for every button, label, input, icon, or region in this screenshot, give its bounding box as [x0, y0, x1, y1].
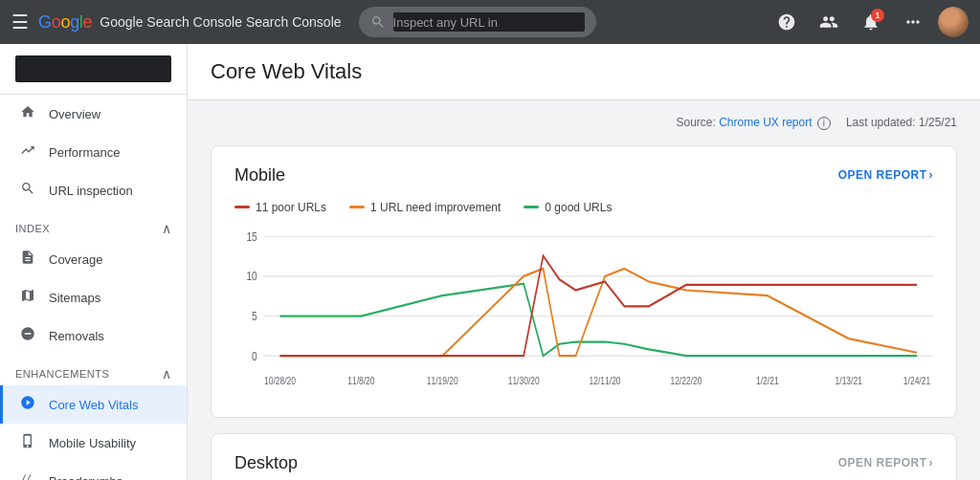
notifications-button[interactable]: 1 [854, 5, 888, 39]
svg-text:10/28/20: 10/28/20 [264, 375, 296, 386]
sidebar: Overview Performance URL inspection Inde… [0, 44, 188, 480]
content-header: Core Web Vitals [188, 44, 980, 100]
sitemaps-icon [18, 288, 37, 307]
sidebar-item-url-inspection[interactable]: URL inspection [0, 171, 187, 209]
legend-label-good: 0 good URLs [545, 201, 612, 214]
svg-text:12/22/20: 12/22/20 [670, 375, 702, 386]
sidebar-label-breadcrumbs: Breadcrumbs [49, 474, 122, 481]
users-button[interactable] [812, 5, 846, 39]
svg-text:1/13/21: 1/13/21 [835, 375, 863, 386]
legend-improvement: 1 URL need improvement [349, 201, 501, 214]
mobile-usability-icon [18, 433, 37, 452]
header-icons: 1 [769, 5, 969, 39]
svg-text:15: 15 [246, 229, 257, 244]
sidebar-item-coverage[interactable]: Coverage [0, 240, 187, 278]
search-nav-icon [18, 181, 37, 200]
desktop-open-report-button[interactable]: OPEN REPORT › [838, 456, 933, 469]
mobile-chart-legend: 11 poor URLs 1 URL need improvement 0 go… [234, 201, 933, 214]
legend-label-poor: 11 poor URLs [256, 201, 326, 214]
breadcrumbs-icon [18, 471, 37, 480]
avatar[interactable] [938, 7, 969, 37]
sidebar-item-mobile-usability[interactable]: Mobile Usability [0, 424, 187, 462]
domain-bar [15, 55, 171, 82]
desktop-card: Desktop OPEN REPORT › [211, 433, 957, 480]
notification-badge: 1 [871, 9, 884, 22]
console-label: Google Search Console [100, 14, 242, 30]
mobile-card-title: Mobile [234, 165, 285, 185]
desktop-card-header: Desktop OPEN REPORT › [234, 453, 933, 473]
mobile-card-header: Mobile OPEN REPORT › [234, 165, 933, 185]
svg-text:10: 10 [246, 269, 257, 284]
svg-text:5: 5 [252, 308, 257, 323]
svg-text:11/30/20: 11/30/20 [508, 375, 540, 386]
removals-icon [18, 326, 37, 345]
legend-dot-good [523, 206, 539, 208]
sidebar-domain [0, 44, 187, 95]
svg-text:1/24/21: 1/24/21 [903, 375, 931, 386]
sidebar-item-breadcrumbs[interactable]: Breadcrumbs [0, 462, 187, 480]
search-bar[interactable] [359, 7, 596, 37]
search-icon [370, 14, 386, 30]
legend-label-improvement: 1 URL need improvement [370, 201, 501, 214]
source-info: Source: Chrome UX report i Last updated:… [211, 116, 957, 130]
svg-text:1/2/21: 1/2/21 [756, 375, 779, 386]
main-content: Core Web Vitals Source: Chrome UX report… [188, 44, 980, 480]
mobile-chart: 15 10 5 0 10/28/20 11/8/20 11/19/20 11/3… [234, 226, 933, 398]
nav-section-enhancements: Enhancements ∧ [0, 355, 187, 385]
apps-button[interactable] [896, 5, 930, 39]
info-icon[interactable]: i [817, 117, 831, 130]
legend-good: 0 good URLs [523, 201, 612, 214]
sidebar-label-core-web-vitals: Core Web Vitals [49, 398, 138, 412]
sidebar-item-sitemaps[interactable]: Sitemaps [0, 278, 187, 316]
source-label: Source: Chrome UX report i [676, 116, 830, 130]
mobile-card: Mobile OPEN REPORT › 11 poor URLs 1 URL … [211, 145, 957, 418]
core-web-vitals-icon [18, 395, 37, 414]
source-value: Chrome UX report [719, 116, 812, 129]
logo: Google Google Search Console Search Cons… [38, 12, 342, 33]
mobile-chart-svg: 15 10 5 0 10/28/20 11/8/20 11/19/20 11/3… [234, 226, 933, 398]
legend-dot-improvement [349, 206, 365, 208]
sidebar-label-mobile-usability: Mobile Usability [49, 436, 136, 450]
help-button[interactable] [769, 5, 804, 39]
sidebar-label-removals: Removals [49, 329, 104, 343]
svg-text:11/8/20: 11/8/20 [347, 375, 375, 386]
last-updated-label: Last updated: 1/25/21 [846, 116, 957, 129]
home-icon [18, 104, 37, 123]
legend-dot-poor [234, 206, 250, 208]
search-input[interactable] [393, 12, 585, 32]
sidebar-item-overview[interactable]: Overview [0, 95, 187, 133]
index-chevron-icon[interactable]: ∧ [162, 221, 172, 236]
svg-text:12/11/20: 12/11/20 [590, 375, 621, 386]
mobile-open-report-button[interactable]: OPEN REPORT › [838, 168, 933, 182]
sidebar-label-sitemaps: Sitemaps [49, 291, 100, 305]
desktop-card-title: Desktop [234, 453, 298, 473]
legend-poor: 11 poor URLs [234, 201, 326, 214]
sidebar-item-core-web-vitals[interactable]: Core Web Vitals [0, 385, 187, 424]
nav-section-index: Index ∧ [0, 209, 187, 240]
content-body: Source: Chrome UX report i Last updated:… [188, 100, 980, 480]
sidebar-label-coverage: Coverage [49, 252, 102, 267]
enhancements-chevron-icon[interactable]: ∧ [162, 366, 172, 382]
last-updated-value: 1/25/21 [919, 116, 957, 129]
sidebar-label-url-inspection: URL inspection [49, 184, 133, 198]
top-header: ☰ Google Google Search Console Search Co… [0, 0, 980, 44]
performance-icon [18, 142, 37, 162]
coverage-icon [18, 250, 37, 269]
sidebar-item-removals[interactable]: Removals [0, 316, 187, 355]
page-title: Core Web Vitals [211, 59, 362, 84]
main-layout: Overview Performance URL inspection Inde… [0, 44, 980, 480]
menu-icon[interactable]: ☰ [11, 11, 29, 33]
svg-text:0: 0 [252, 348, 257, 363]
sidebar-label-overview: Overview [49, 107, 100, 121]
sidebar-item-performance[interactable]: Performance [0, 133, 187, 171]
sidebar-label-performance: Performance [49, 145, 120, 160]
svg-text:11/19/20: 11/19/20 [427, 375, 458, 386]
